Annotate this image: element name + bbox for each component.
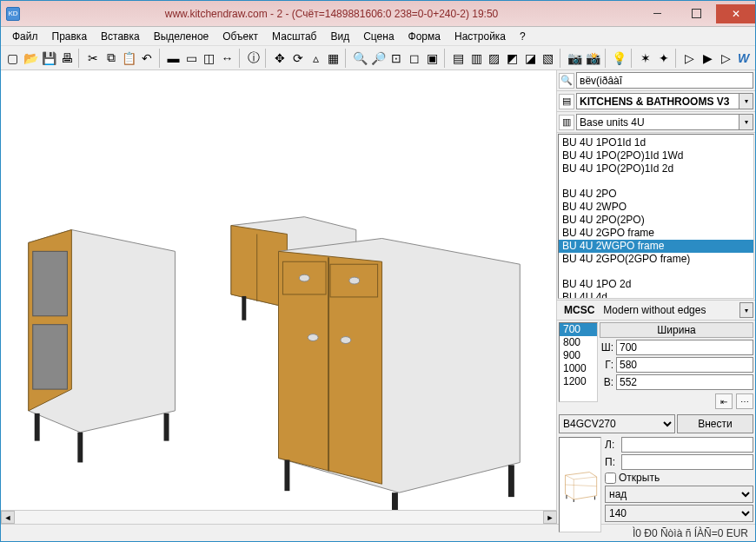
minimize-button[interactable] — [638, 4, 677, 23]
list-item[interactable]: BU 4U 1PO(2PO)1Id 2d — [559, 162, 753, 175]
height-input[interactable] — [616, 374, 753, 390]
item-list[interactable]: BU 4U 1PO1Id 1dBU 4U 1PO(2PO)1Id 1WdBU 4… — [558, 134, 754, 299]
search-input[interactable] — [576, 72, 753, 89]
menu-Выделеное[interactable]: Выделеное — [148, 29, 216, 44]
chevron-down-icon[interactable]: ▾ — [739, 302, 753, 318]
toolbar-door-icon[interactable]: ▭ — [183, 49, 200, 68]
scroll-right-icon[interactable]: ► — [543, 511, 557, 524]
menu-Файл[interactable]: Файл — [6, 29, 44, 44]
toolbar-camera2-icon[interactable]: 📸 — [585, 49, 601, 68]
menu-Объект[interactable]: Объект — [216, 29, 264, 44]
toolbar-mirror-icon[interactable]: ▵ — [308, 49, 324, 68]
toolbar-camera-icon[interactable]: 📷 — [567, 49, 583, 68]
toolbar-tool2-icon[interactable]: ✦ — [655, 49, 672, 68]
toolbar-view-persp-icon[interactable]: ◩ — [504, 49, 521, 68]
toolbar-cut-icon[interactable]: ✂ — [85, 49, 102, 68]
offset-select[interactable]: 140 — [605, 505, 753, 522]
size-item[interactable]: 800 — [560, 336, 597, 349]
bottom-row: Л: П: Открыть над 140 — [557, 435, 755, 534]
handing-right-icon[interactable]: ⋯ — [736, 393, 753, 409]
toolbar-view-top-icon[interactable]: ▤ — [450, 49, 467, 68]
chevron-down-icon[interactable]: ▾ — [739, 93, 753, 109]
toolbar-zoom-win-icon[interactable]: ▣ — [424, 49, 441, 68]
category-icon[interactable]: ▥ — [559, 115, 574, 130]
list-item[interactable]: BU 4U 2PO — [559, 188, 753, 201]
chevron-down-icon[interactable]: ▾ — [739, 114, 753, 130]
3d-viewport[interactable] — [1, 70, 557, 510]
menu-Вид[interactable]: Вид — [324, 29, 355, 44]
handing-left-icon[interactable]: ⇤ — [715, 393, 733, 409]
horizontal-scrollbar[interactable]: ◄ ► — [1, 510, 557, 524]
list-item[interactable]: BU 4U 2GPO frame — [559, 227, 753, 240]
toolbar-view-elev-icon[interactable]: ▥ — [468, 49, 485, 68]
menu-Сцена[interactable]: Сцена — [357, 29, 400, 44]
toolbar-move-icon[interactable]: ✥ — [272, 49, 288, 68]
menu-Форма[interactable]: Форма — [402, 29, 447, 44]
depth-input[interactable] — [616, 357, 753, 373]
menu-Правка[interactable]: Правка — [46, 29, 94, 44]
maximize-button[interactable] — [677, 4, 716, 23]
toolbar-rotate-icon[interactable]: ⟳ — [289, 49, 306, 68]
article-code-select[interactable]: B4GCV270 — [559, 414, 675, 433]
toolbar-zoom-out-icon[interactable]: 🔎 — [370, 49, 387, 68]
size-item[interactable]: 1000 — [560, 362, 597, 375]
svg-line-25 — [566, 475, 574, 479]
left-gap-input[interactable] — [621, 437, 753, 453]
toolbar-zoom-fit-icon[interactable]: ⊡ — [388, 49, 405, 68]
toolbar-copy-icon[interactable]: ⧉ — [103, 49, 119, 68]
toolbar-c3-icon[interactable]: ▷ — [718, 49, 734, 68]
category-select[interactable] — [576, 114, 739, 130]
toolbar-new-icon[interactable]: ▢ — [4, 49, 21, 68]
placement-column: Л: П: Открыть над 140 — [603, 435, 755, 534]
menu-?[interactable]: ? — [514, 29, 532, 44]
right-gap-input[interactable] — [621, 454, 753, 470]
list-item[interactable]: BU 4U 1PO 2d — [559, 278, 753, 291]
toolbar-light-icon[interactable]: 💡 — [611, 49, 627, 68]
toolbar-dim-icon[interactable]: ↔ — [219, 49, 235, 68]
menu-Вставка[interactable]: Вставка — [95, 29, 146, 44]
list-item[interactable]: BU 4U 1PO1Id 1d — [559, 136, 753, 149]
toolbar-paste-icon[interactable]: 📋 — [121, 49, 137, 68]
size-item[interactable]: 900 — [560, 349, 597, 362]
size-list[interactable]: 70080090010001200 — [559, 322, 598, 402]
toolbar-info-icon[interactable]: ⓘ — [245, 49, 262, 68]
insert-button[interactable]: Внести — [677, 414, 753, 433]
list-item[interactable]: BU 4U 2WGPO frame — [559, 240, 753, 253]
toolbar-zoom-in-icon[interactable]: 🔍 — [352, 49, 368, 68]
scroll-track[interactable] — [15, 511, 543, 524]
menu-Масштаб[interactable]: Масштаб — [266, 29, 322, 44]
svg-line-26 — [574, 477, 596, 479]
open-checkbox[interactable] — [605, 473, 616, 484]
menu-Настройка[interactable]: Настройка — [448, 29, 512, 44]
toolbar-view-wire-icon[interactable]: ▨ — [486, 49, 502, 68]
toolbar-c4-icon[interactable]: W — [735, 49, 752, 68]
list-item[interactable]: BU 4U 2WPO — [559, 201, 753, 214]
search-icon[interactable]: 🔍 — [559, 73, 574, 89]
position-select[interactable]: над — [605, 486, 753, 503]
toolbar-view-real-icon[interactable]: ◪ — [522, 49, 539, 68]
size-item[interactable]: 1200 — [560, 375, 597, 388]
toolbar-zoom-sel-icon[interactable]: ◻ — [406, 49, 422, 68]
toolbar-view-real2-icon[interactable]: ▧ — [540, 49, 556, 68]
toolbar-undo-icon[interactable]: ↶ — [139, 49, 156, 68]
list-item[interactable]: BU 4U 4d — [559, 291, 753, 299]
toolbar-c2-icon[interactable]: ▶ — [700, 49, 716, 68]
toolbar-save-icon[interactable]: 💾 — [41, 49, 57, 68]
toolbar-c1-icon[interactable]: ▷ — [681, 49, 698, 68]
list-item[interactable]: BU 4U 2PO(2PO) — [559, 214, 753, 227]
toolbar-wall-icon[interactable]: ▬ — [165, 49, 182, 68]
size-item[interactable]: 700 — [560, 323, 597, 336]
scroll-left-icon[interactable]: ◄ — [1, 511, 15, 524]
width-input[interactable] — [616, 340, 753, 355]
toolbar-open-icon[interactable]: 📂 — [23, 49, 39, 68]
toolbar-align-icon[interactable]: ▦ — [326, 49, 342, 68]
list-item[interactable]: BU 4U 2GPO(2GPO frame) — [559, 253, 753, 266]
catalog-select[interactable] — [576, 93, 739, 109]
close-button[interactable] — [716, 4, 755, 23]
catalog-icon[interactable]: ▤ — [559, 94, 574, 109]
toolbar-print-icon[interactable]: 🖶 — [59, 49, 76, 68]
height-label: В: — [600, 376, 613, 388]
toolbar-tool1-icon[interactable]: ✶ — [638, 49, 654, 68]
toolbar-window-icon[interactable]: ◫ — [202, 49, 218, 68]
list-item[interactable]: BU 4U 1PO(2PO)1Id 1Wd — [559, 149, 753, 162]
